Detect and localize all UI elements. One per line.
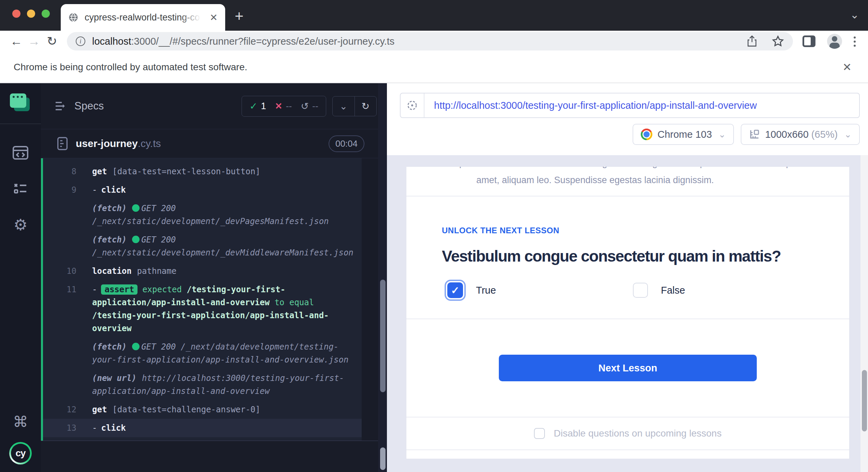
line-number — [43, 340, 92, 366]
line-number — [43, 202, 92, 228]
chrome-logo-icon — [641, 129, 652, 140]
challenge-section: UNLOCK THE NEXT LESSON Vestibulum congue… — [406, 196, 849, 319]
close-window-button[interactable] — [12, 10, 20, 18]
log-event-row[interactable]: (new url)http://localhost:3000/testing-y… — [43, 369, 362, 400]
reporter-scrollbar-thumb[interactable] — [380, 280, 386, 392]
aut-url-text[interactable]: http://localhost:3000/testing-your-first… — [424, 100, 757, 111]
next-lesson-button[interactable]: Next Lesson — [499, 355, 757, 381]
sidebar-divider — [0, 123, 41, 124]
minimize-window-button[interactable] — [27, 10, 35, 18]
chevron-down-icon: ⌄ — [844, 129, 852, 140]
maximize-window-button[interactable] — [42, 10, 50, 18]
back-button[interactable]: ← — [8, 34, 25, 48]
specs-header: Specs ✓1 ✕-- ↺-- ⌄ ↻ — [41, 83, 387, 129]
log-command-row[interactable]: 12 get[data-test=challenge-answer-0] — [43, 400, 362, 419]
log-assert-row[interactable]: 11 -assertexpected /testing-your-first-a… — [43, 280, 362, 338]
line-number: 11 — [43, 283, 92, 335]
challenge-question: Vestibulum congue consectetur quam in ma… — [442, 247, 849, 265]
challenge-answers: ✓ True False — [442, 282, 849, 298]
selector-playground-button[interactable] — [401, 93, 424, 117]
chevron-down-icon: ⌄ — [719, 129, 726, 140]
viewport-select[interactable]: 1000x660 (65%) ⌄ — [741, 124, 860, 145]
clipped-paragraph: porttitor lectus nibh. Cras ultricies li… — [459, 167, 796, 171]
spec-file-row[interactable]: user-journey.cy.ts 00:04 — [41, 129, 387, 158]
stat-passed: ✓1 — [249, 101, 266, 112]
log-event-row[interactable]: (fetch)GET 200 /_next/data/development/t… — [43, 338, 362, 369]
log-command-row[interactable]: 8 get[data-test=next-lesson-button] — [43, 162, 362, 181]
stat-failed: ✕-- — [275, 101, 292, 112]
spec-duration-badge: 00:04 — [329, 135, 364, 152]
cypress-cy-logo[interactable]: cy — [9, 442, 32, 464]
line-number: 8 — [43, 165, 92, 178]
spec-file-icon — [57, 137, 68, 150]
site-info-icon[interactable]: i — [76, 36, 85, 46]
infobar-close-icon[interactable]: ✕ — [842, 61, 852, 74]
browser-select[interactable]: Chrome 103 ⌄ — [633, 124, 734, 145]
tab-close-icon[interactable]: ✕ — [210, 12, 218, 23]
bookmark-star-icon[interactable] — [772, 35, 784, 47]
reload-button[interactable]: ↻ — [43, 34, 61, 48]
reporter-scrollbar[interactable] — [378, 83, 387, 472]
address-url: localhost:3000/__/#/specs/runner?file=cy… — [92, 36, 394, 47]
side-panel-icon[interactable] — [802, 35, 815, 47]
next-lesson-section: Next Lesson — [406, 319, 849, 417]
browser-menu-icon[interactable] — [854, 36, 860, 47]
keyboard-shortcuts-icon[interactable]: ⌘ — [13, 413, 28, 430]
assert-badge: assert — [101, 284, 138, 295]
line-number: 12 — [43, 403, 92, 416]
specs-title: Specs — [74, 100, 104, 112]
line-number: 13 — [43, 422, 92, 434]
log-command-row-active[interactable]: 13 -click — [43, 419, 362, 437]
line-number — [43, 372, 92, 398]
answer-true[interactable]: ✓ True — [442, 282, 633, 298]
rerun-tests-icon[interactable]: ↻ — [355, 97, 376, 116]
cypress-app-logo[interactable] — [10, 93, 31, 113]
disable-questions-checkbox[interactable] — [534, 428, 545, 439]
pending-circle-icon: ↺ — [301, 101, 309, 112]
log-event-row[interactable]: (fetch)GET 200 /_next/static/development… — [43, 199, 362, 231]
log-command-row[interactable]: 9 -click — [43, 181, 362, 199]
crosshair-icon — [406, 99, 418, 112]
disable-questions-section: Disable questions on upcoming lessons — [406, 417, 849, 450]
status-dot-icon — [132, 204, 140, 212]
line-number: 9 — [43, 183, 92, 196]
status-dot-icon — [132, 343, 140, 350]
share-icon[interactable] — [747, 35, 757, 47]
log-event-row[interactable]: (fetch)GET 200 /_next/static/development… — [43, 231, 362, 262]
new-tab-button[interactable]: + — [235, 8, 244, 25]
checkbox-true-checked[interactable]: ✓ — [447, 282, 463, 298]
answer-false[interactable]: False — [633, 282, 824, 298]
line-number: 10 — [43, 265, 92, 278]
tab-title: cypress-realworld-testing-cou — [85, 12, 201, 23]
collapse-chevron-icon[interactable]: ⌄ — [333, 97, 354, 116]
tabstrip-chevron-icon[interactable]: ⌄ — [850, 8, 859, 21]
automation-infobar: Chrome is being controlled by automated … — [0, 52, 868, 83]
stat-pending: ↺-- — [301, 101, 318, 112]
log-command-row[interactable]: 10 locationpathname — [43, 262, 362, 280]
sidebar-item-runs[interactable] — [13, 181, 28, 196]
aut-controls: Chrome 103 ⌄ 1000x660 (65%) ⌄ — [400, 124, 860, 145]
aut-stage: porttitor lectus nibh. Cras ultricies li… — [387, 155, 868, 472]
spec-file-name: user-journey.cy.ts — [76, 138, 161, 149]
aut-scrollbar-thumb[interactable] — [862, 370, 867, 431]
status-dot-icon — [132, 236, 140, 243]
cypress-reporter: Specs ✓1 ✕-- ↺-- ⌄ ↻ user-journey.cy.ts … — [41, 83, 387, 472]
passed-check-icon: ✓ — [249, 101, 257, 112]
spec-stats: ✓1 ✕-- ↺-- — [242, 96, 326, 117]
ruler-icon — [749, 129, 760, 140]
aut-scrollbar[interactable] — [860, 155, 868, 472]
reporter-actions: ⌄ ↻ — [332, 96, 377, 116]
checkbox-false-unchecked[interactable] — [633, 283, 648, 298]
lesson-text-section: porttitor lectus nibh. Cras ultricies li… — [406, 167, 849, 196]
address-bar[interactable]: i localhost:3000/__/#/specs/runner?file=… — [67, 32, 793, 50]
sidebar-item-specs[interactable] — [12, 145, 29, 160]
browser-select-label: Chrome 103 — [657, 129, 712, 140]
profile-avatar[interactable] — [827, 34, 842, 49]
specs-list-icon[interactable] — [55, 101, 67, 111]
failed-x-icon: ✕ — [275, 101, 283, 112]
sidebar-item-settings[interactable]: ⚙ — [13, 217, 27, 233]
browser-tab[interactable]: cypress-realworld-testing-cou ✕ — [61, 4, 225, 31]
reporter-scrollbar-thumb-lower[interactable] — [380, 447, 386, 470]
forward-button[interactable]: → — [25, 34, 43, 48]
browser-titlebar: cypress-realworld-testing-cou ✕ + ⌄ — [0, 0, 868, 31]
